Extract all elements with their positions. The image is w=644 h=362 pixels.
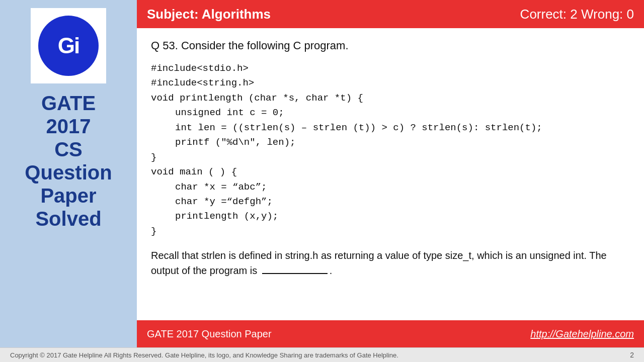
question-title: Q 53. Consider the following C program.	[151, 39, 630, 52]
copyright-text: Copyright © 2017 Gate Helpline All Right…	[10, 351, 398, 359]
code-line-4: unsigned int c = 0;	[151, 106, 630, 120]
subject-value: Algorithms	[202, 7, 271, 22]
logo-box: Gi	[31, 8, 106, 83]
question-body: Q 53. Consider the following C program. …	[137, 28, 644, 320]
code-line-7: }	[151, 152, 156, 163]
code-line-5: int len = ((strlen(s) – strlen (t)) > c)…	[151, 121, 630, 135]
logo-text: Gi	[58, 33, 79, 58]
footer-left: GATE 2017 Question Paper	[137, 328, 530, 340]
code-line-12: }	[151, 226, 156, 237]
header-bar: Subject: Algorithms Correct: 2 Wrong: 0	[137, 0, 644, 28]
page-number: 2	[630, 351, 634, 359]
subject-label: Subject:	[147, 7, 202, 22]
code-line-2: #include<string.h>	[151, 77, 254, 88]
code-line-9: char *x = “abc”;	[151, 180, 630, 195]
footer-right[interactable]: http://Gatehelpline.com	[530, 328, 644, 340]
code-line-11: printlength (x,y);	[151, 209, 630, 224]
logo-circle: Gi	[38, 16, 99, 76]
header-score: Correct: 2 Wrong: 0	[520, 7, 634, 22]
code-line-3: void printlength (char *s, char *t) {	[151, 93, 363, 104]
header-subject: Subject: Algorithms	[147, 7, 520, 22]
sidebar-title: GATE 2017 CS Question Paper Solved	[25, 92, 112, 230]
answer-blank	[262, 273, 328, 274]
main-wrapper: Gi GATE 2017 CS Question Paper Solved Su…	[0, 0, 644, 347]
content-area: Subject: Algorithms Correct: 2 Wrong: 0 …	[137, 0, 644, 347]
sidebar: Gi GATE 2017 CS Question Paper Solved	[0, 0, 137, 347]
code-line-10: char *y =“defgh”;	[151, 195, 630, 209]
copyright-bar: Copyright © 2017 Gate Helpline All Right…	[0, 347, 644, 362]
footer-bar: GATE 2017 Question Paper http://Gatehelp…	[137, 320, 644, 347]
code-line-8: void main ( ) {	[151, 166, 237, 177]
code-line-6: printf ("%d\n", len);	[151, 135, 630, 150]
recall-text: Recall that strlen is defined in string.…	[151, 250, 607, 276]
code-line-1: #include<stdio.h>	[151, 63, 249, 74]
code-block: #include<stdio.h> #include<string.h> voi…	[151, 61, 630, 239]
question-text: Recall that strlen is defined in string.…	[151, 248, 630, 278]
period: .	[330, 265, 333, 276]
